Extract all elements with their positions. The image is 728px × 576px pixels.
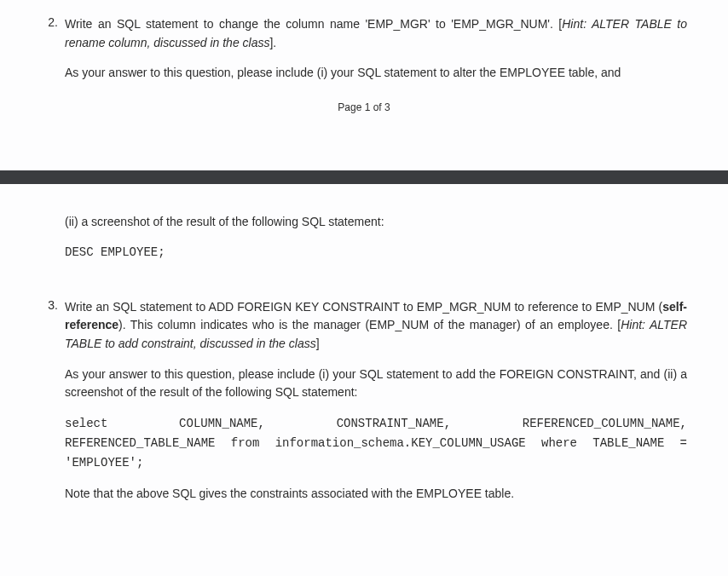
q3-text-a: Write an SQL statement to ADD FOREIGN KE…	[65, 300, 662, 314]
q3-sql: select COLUMN_NAME, CONSTRAINT_NAME, REF…	[65, 414, 687, 473]
q3-text-c: ]	[316, 337, 320, 350]
q2-answer-instruction: As your answer to this question, please …	[65, 64, 687, 83]
page-2-top: (ii) a screenshot of the result of the f…	[0, 184, 728, 576]
question-3: 3. Write an SQL statement to ADD FOREIGN…	[41, 298, 687, 516]
q3-sql-line2: REFERENCED_TABLE_NAME from information_s…	[65, 436, 687, 469]
page-gap	[0, 170, 728, 184]
q3-note: Note that the above SQL gives the constr…	[65, 485, 687, 504]
sql-col2: CONSTRAINT_NAME,	[337, 414, 451, 434]
q2-code: DESC EMPLOYEE;	[65, 245, 687, 259]
q3-sql-line1: select COLUMN_NAME, CONSTRAINT_NAME, REF…	[65, 414, 687, 434]
q3-text-b: ). This column indicates who is the mana…	[118, 318, 621, 331]
page-indicator: Page 1 of 3	[41, 101, 687, 113]
q3-answer-instruction: As your answer to this question, please …	[65, 366, 687, 402]
sql-select: select	[65, 414, 107, 434]
page-1-bottom: 2. Write an SQL statement to change the …	[0, 0, 728, 170]
q2-text-after: ].	[269, 36, 276, 49]
q2-text-before: Write an SQL statement to change the col…	[65, 17, 562, 31]
question-3-number: 3.	[41, 298, 65, 516]
question-2-body: Write an SQL statement to change the col…	[65, 15, 687, 84]
question-3-body: Write an SQL statement to ADD FOREIGN KE…	[65, 298, 687, 516]
question-2: 2. Write an SQL statement to change the …	[41, 15, 687, 84]
q2-continuation: (ii) a screenshot of the result of the f…	[65, 213, 687, 259]
q2-part-ii: (ii) a screenshot of the result of the f…	[65, 213, 687, 232]
q3-main-text: Write an SQL statement to ADD FOREIGN KE…	[65, 298, 687, 354]
question-2-number: 2.	[41, 15, 65, 84]
question-2-text: Write an SQL statement to change the col…	[65, 15, 687, 52]
sql-col3: REFERENCED_COLUMN_NAME,	[523, 414, 687, 434]
sql-col1: COLUMN_NAME,	[179, 414, 265, 434]
